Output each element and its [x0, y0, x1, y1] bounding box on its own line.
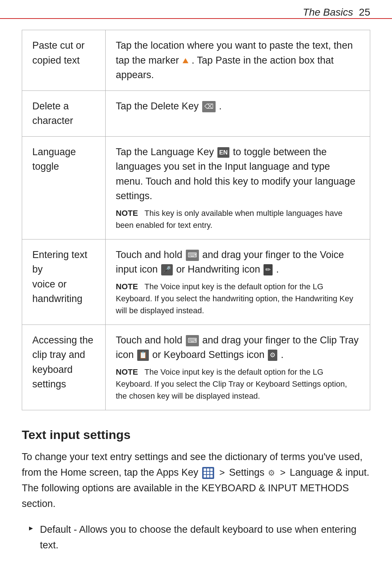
table-row: Language toggle Tap the Language Key EN … — [22, 136, 370, 239]
main-content: Paste cut orcopied text Tap the location… — [0, 30, 392, 564]
bullet-list: Default - Allows you to choose the defau… — [22, 522, 370, 564]
clip-tray-icon: 📋 — [137, 350, 149, 361]
arrow-1: > — [219, 467, 225, 478]
table-row: Accessing the clip tray and keyboard set… — [22, 325, 370, 410]
label-cell: Delete a character — [22, 90, 106, 136]
apps-key-icon — [202, 467, 214, 479]
keyboard-icon: ⌨ — [186, 250, 199, 261]
table-row: Delete a character Tap the Delete Key ⌫ … — [22, 90, 370, 136]
label-cell: Accessing the clip tray and keyboard set… — [22, 325, 106, 410]
section-intro: To change your text entry settings and s… — [22, 449, 370, 512]
note-label: NOTE — [116, 209, 138, 218]
pen-icon: ✏ — [264, 264, 273, 275]
list-item: Default - Allows you to choose the defau… — [33, 522, 370, 553]
section-heading: Text input settings — [22, 428, 370, 442]
keyboard-settings-icon: ⚙ — [268, 350, 277, 361]
marker-icon — [183, 58, 188, 63]
note-label: NOTE — [116, 367, 138, 376]
arrow-2: > — [280, 467, 286, 478]
delete-key-icon: ⌫ — [202, 101, 216, 112]
content-cell: Touch and hold ⌨ and drag your finger to… — [106, 325, 370, 410]
content-cell: Touch and hold ⌨ and drag your finger to… — [106, 239, 370, 325]
note-text: NOTE This key is only available when mul… — [116, 207, 360, 231]
content-cell: Tap the Delete Key ⌫ . — [106, 90, 370, 136]
mic-icon: 🎤 — [161, 264, 173, 275]
settings-icon: ⚙ — [268, 467, 275, 479]
features-table: Paste cut orcopied text Tap the location… — [22, 30, 370, 410]
content-cell: Tap the Language Key EN to toggle betwee… — [106, 136, 370, 239]
note-label: NOTE — [116, 282, 138, 291]
content-cell: Tap the location where you want to paste… — [106, 30, 370, 91]
page-header: The Basics 25 — [0, 0, 392, 19]
label-cell: Paste cut orcopied text — [22, 30, 106, 91]
table-row: Paste cut orcopied text Tap the location… — [22, 30, 370, 91]
language-key-icon: EN — [217, 147, 230, 158]
page-wrapper: The Basics 25 Paste cut orcopied text Ta… — [0, 0, 392, 564]
note-text: NOTE The Voice input key is the default … — [116, 366, 360, 402]
label-cell: Entering text byvoice or handwriting — [22, 239, 106, 325]
table-row: Entering text byvoice or handwriting Tou… — [22, 239, 370, 325]
list-item: Google voice typing - Checkmark to selec… — [33, 562, 370, 564]
header-title: The Basics — [303, 7, 353, 18]
page-number: 25 — [359, 7, 370, 18]
note-text: NOTE The Voice input key is the default … — [116, 281, 360, 317]
keyboard-icon-2: ⌨ — [186, 335, 199, 346]
label-cell: Language toggle — [22, 136, 106, 239]
